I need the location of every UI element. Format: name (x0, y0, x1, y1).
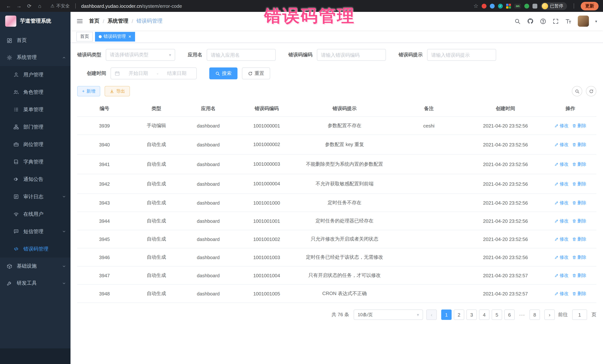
delete-link[interactable]: 删除 (572, 218, 586, 224)
profile-paused-badge[interactable]: 已暂停 (541, 2, 567, 10)
cell-code: 1001000003 (235, 154, 298, 174)
sidebar-item-dept[interactable]: 部门管理 (0, 118, 70, 136)
page-button-8[interactable]: 8 (530, 310, 540, 320)
cell-ops: 修改删除 (544, 174, 596, 194)
edit-link[interactable]: 修改 (554, 291, 568, 297)
sidebar-item-audit-log[interactable]: 审计日志 (0, 188, 70, 205)
extensions-puzzle-icon[interactable] (533, 3, 537, 8)
delete-link[interactable]: 删除 (572, 200, 586, 206)
cell-type: 手动编辑 (132, 117, 181, 135)
page-size-select[interactable]: 10条/页 ▾ (354, 310, 423, 320)
delete-link[interactable]: 删除 (572, 236, 586, 243)
date-range-picker[interactable]: 开始日期 - 结束日期 (111, 67, 197, 79)
table-row: 3944自动生成dashboard1001001001定时任务的处理器已经存在2… (77, 212, 596, 230)
extension-leaf-icon[interactable] (524, 3, 529, 8)
edit-link[interactable]: 修改 (554, 122, 568, 129)
delete-link[interactable]: 删除 (572, 122, 586, 129)
reload-icon[interactable]: ⟳ (25, 0, 33, 12)
fullscreen-icon[interactable] (553, 18, 559, 24)
sidebar-item-user[interactable]: 用户管理 (0, 66, 70, 83)
security-indicator[interactable]: ⚠ 不安全 (50, 3, 70, 9)
breadcrumb-home[interactable]: 首页 (89, 18, 99, 24)
page-button-1[interactable]: 1 (441, 310, 452, 320)
back-icon[interactable]: ← (4, 0, 13, 12)
export-button[interactable]: 导出 (105, 86, 130, 96)
font-size-icon[interactable] (565, 18, 571, 24)
app-name-label: 应用名 (188, 52, 202, 58)
delete-link[interactable]: 删除 (572, 141, 586, 148)
refresh-button[interactable] (586, 86, 596, 96)
home-icon[interactable]: ⌂ (36, 0, 44, 12)
close-icon[interactable]: × (128, 34, 131, 39)
sidebar-item-notice[interactable]: 通知公告 (0, 170, 70, 188)
page-button-2[interactable]: 2 (454, 310, 464, 320)
sidebar-item-label: 字典管理 (23, 158, 43, 165)
breadcrumb-system[interactable]: 系统管理 (108, 18, 128, 24)
breadcrumb: 首页 / 系统管理 / 错误码管理 (89, 18, 162, 24)
edit-link[interactable]: 修改 (554, 272, 568, 279)
chevron-down-icon[interactable]: ▾ (595, 19, 597, 23)
sidebar-item-menu[interactable]: 菜单管理 (0, 101, 70, 118)
extension-grid-icon[interactable] (506, 3, 511, 8)
next-page-button[interactable]: › (544, 310, 555, 320)
extension-red-icon[interactable] (482, 3, 487, 8)
logo[interactable]: 芋道管理系统 (0, 12, 70, 30)
table-row: 3943自动生成dashboard1001001000定时任务不存在2021-0… (77, 194, 596, 212)
help-icon[interactable] (540, 18, 546, 24)
github-icon[interactable] (527, 18, 533, 24)
page-button-6[interactable]: 6 (504, 310, 515, 320)
show-search-button[interactable] (572, 86, 582, 96)
error-code-input[interactable] (321, 52, 382, 58)
edit-link[interactable]: 修改 (554, 218, 568, 224)
edit-link[interactable]: 修改 (554, 200, 568, 206)
goto-page-input[interactable] (572, 310, 587, 320)
prev-page-button[interactable]: ‹ (426, 310, 437, 320)
delete-link[interactable]: 删除 (572, 291, 586, 297)
hamburger-icon[interactable] (76, 18, 83, 24)
edit-link[interactable]: 修改 (554, 141, 568, 148)
edit-link[interactable]: 修改 (554, 254, 568, 261)
edit-link[interactable]: 修改 (554, 236, 568, 243)
extension-check-icon[interactable]: ✓ (498, 3, 503, 8)
delete-link[interactable]: 删除 (572, 161, 586, 167)
sidebar-item-online-user[interactable]: 在线用户 (0, 205, 70, 223)
sidebar-item-dict[interactable]: 字典管理 (0, 153, 70, 170)
edit-link[interactable]: 修改 (554, 161, 568, 167)
extension-blue-icon[interactable] (490, 3, 495, 8)
cell-ops: 修改删除 (544, 266, 596, 285)
reset-button[interactable]: 重置 (242, 67, 270, 79)
page-button-3[interactable]: 3 (466, 310, 477, 320)
sidebar-item-system[interactable]: 系统管理 (0, 49, 70, 66)
page-button-5[interactable]: 5 (492, 310, 502, 320)
sidebar-item-dev-tools[interactable]: 研发工具 (0, 275, 70, 292)
cell-id: 3943 (77, 194, 132, 212)
submenu-system: 用户管理角色管理菜单管理部门管理岗位管理字典管理通知公告审计日志在线用户短信管理… (0, 66, 70, 258)
tab-0[interactable]: 首页 (76, 32, 93, 41)
cell-app: dashboard (181, 266, 236, 285)
delete-link[interactable]: 删除 (572, 181, 586, 187)
search-button-label: 搜索 (222, 70, 232, 77)
sidebar-item-post[interactable]: 岗位管理 (0, 136, 70, 153)
address-bar[interactable]: dashboard.yudao.iocoder.cn/system/error-… (81, 3, 182, 9)
bookmark-star-icon[interactable]: ☆ (474, 3, 478, 9)
search-button[interactable]: 搜索 (209, 67, 237, 79)
sidebar-item-sms[interactable]: 短信管理 (0, 223, 70, 240)
tab-1[interactable]: 错误码管理× (95, 32, 135, 41)
error-msg-input[interactable] (431, 52, 492, 58)
app-name-input[interactable] (211, 52, 272, 58)
error-type-select[interactable]: 请选择错误码类型 ▾ (106, 49, 175, 61)
delete-link[interactable]: 删除 (572, 254, 586, 261)
page-button-4[interactable]: 4 (479, 310, 489, 320)
extension-on-badge[interactable]: on (514, 3, 521, 8)
browser-update-button[interactable]: 更新 (581, 2, 599, 10)
search-icon[interactable] (514, 18, 521, 24)
forward-icon[interactable]: → (15, 0, 23, 12)
avatar[interactable] (578, 16, 589, 27)
edit-link[interactable]: 修改 (554, 181, 568, 187)
sidebar-item-home[interactable]: 首页 (0, 32, 70, 49)
sidebar-item-role[interactable]: 角色管理 (0, 83, 70, 101)
sidebar-item-error-code[interactable]: 错误码管理 (0, 240, 70, 258)
sidebar-item-infra[interactable]: 基础设施 (0, 258, 70, 275)
add-button[interactable]: + 新增 (77, 86, 100, 96)
delete-link[interactable]: 删除 (572, 272, 586, 279)
